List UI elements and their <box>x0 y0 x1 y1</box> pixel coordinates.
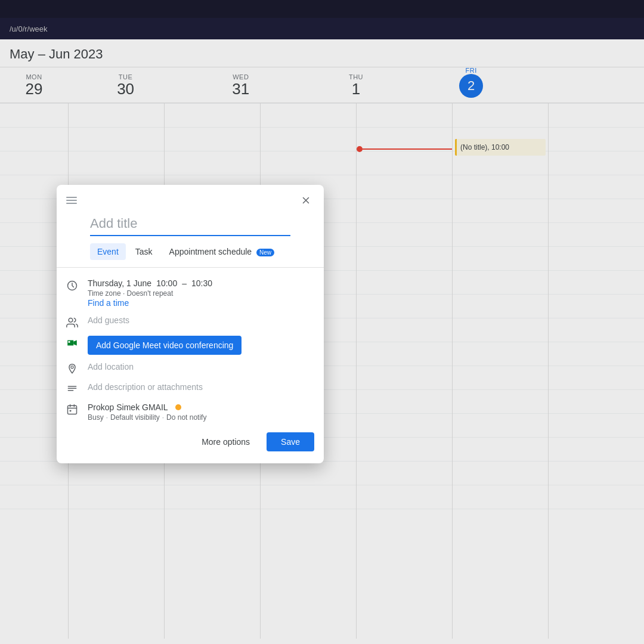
tab-appointment-label: Appointment schedule <box>169 247 252 256</box>
close-icon <box>301 195 311 206</box>
tab-appointment-schedule[interactable]: Appointment schedule New <box>162 243 281 260</box>
svg-rect-3 <box>68 341 70 343</box>
close-button[interactable] <box>298 192 314 209</box>
description-row[interactable]: Add description or attachments <box>57 379 324 399</box>
calendar-owner-name: Prokop Simek GMAIL <box>88 402 168 412</box>
meet-row: Add Google Meet video conferencing <box>57 332 324 358</box>
time-separator: – <box>182 278 187 288</box>
location-row[interactable]: Add location <box>57 358 324 379</box>
clock-icon <box>66 280 78 292</box>
meet-button[interactable]: Add Google Meet video conferencing <box>88 336 242 355</box>
description-placeholder: Add description or attachments <box>88 382 314 392</box>
find-time-link[interactable]: Find a time <box>88 298 129 308</box>
clock-svg <box>66 280 78 292</box>
dot-sep-2: · <box>162 413 164 422</box>
guests-icon <box>66 317 78 329</box>
busy-label: Busy <box>88 413 104 422</box>
more-options-button[interactable]: More options <box>192 432 259 451</box>
location-placeholder: Add location <box>88 362 314 371</box>
meet-icon-container <box>66 337 78 349</box>
title-input[interactable] <box>90 213 290 236</box>
location-icon <box>66 363 78 375</box>
title-section <box>57 211 324 236</box>
new-badge: New <box>256 249 274 256</box>
svg-point-4 <box>71 366 73 369</box>
guests-svg <box>66 317 78 329</box>
owner-dot <box>175 404 181 410</box>
tabs-section: Event Task Appointment schedule New <box>57 236 324 260</box>
calendar-svg <box>66 404 78 416</box>
save-button[interactable]: Save <box>267 432 314 451</box>
drag-line-3 <box>66 203 77 204</box>
datetime-text[interactable]: Thursday, 1 June 10:00 – 10:30 <box>88 278 314 288</box>
svg-point-1 <box>69 318 73 323</box>
calendar-owner-sub: Busy · Default visibility · Do not notif… <box>88 413 314 422</box>
divider-1 <box>57 267 324 268</box>
datetime-row: Thursday, 1 June 10:00 – 10:30 Time zone… <box>57 275 324 312</box>
datetime-sub: Time zone · Doesn't repeat <box>88 289 314 298</box>
location-content: Add location <box>88 362 314 371</box>
tab-event[interactable]: Event <box>90 243 126 260</box>
calendar-owner-main: Prokop Simek GMAIL <box>88 402 314 412</box>
description-svg <box>66 383 78 395</box>
event-date: Thursday, 1 June <box>88 278 151 288</box>
svg-rect-5 <box>68 405 77 414</box>
guests-row[interactable]: Add guests <box>57 312 324 332</box>
svg-rect-6 <box>70 410 72 412</box>
dialog-topbar <box>57 185 324 211</box>
calendar-owner-content: Prokop Simek GMAIL Busy · Default visibi… <box>88 402 314 422</box>
dot-sep-1: · <box>106 413 108 422</box>
event-start: 10:00 <box>156 278 177 288</box>
drag-line-2 <box>66 200 77 201</box>
description-icon <box>66 383 78 395</box>
datetime-content: Thursday, 1 June 10:00 – 10:30 Time zone… <box>88 278 314 308</box>
notify-label: Do not notify <box>166 413 206 422</box>
guests-placeholder: Add guests <box>88 315 314 325</box>
guests-content: Add guests <box>88 315 314 325</box>
tab-task[interactable]: Task <box>128 243 160 260</box>
location-svg <box>66 363 78 375</box>
event-end: 10:30 <box>191 278 212 288</box>
drag-handle <box>66 197 77 204</box>
event-creation-dialog: Event Task Appointment schedule New Thur… <box>57 185 324 463</box>
meet-content: Add Google Meet video conferencing <box>88 336 314 355</box>
calendar-icon <box>66 404 78 416</box>
drag-line-1 <box>66 197 77 198</box>
description-content: Add description or attachments <box>88 382 314 392</box>
calendar-owner-row[interactable]: Prokop Simek GMAIL Busy · Default visibi… <box>57 399 324 425</box>
dialog-footer: More options Save <box>57 425 324 454</box>
visibility-label: Default visibility <box>110 413 160 422</box>
meet-svg <box>66 336 78 349</box>
